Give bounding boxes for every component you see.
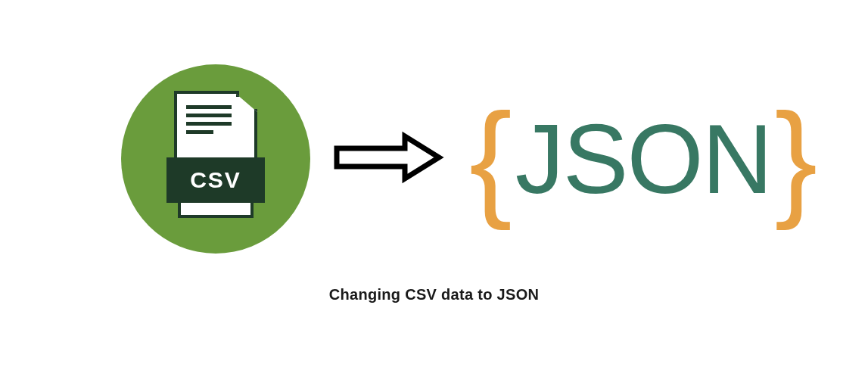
caption: Changing CSV data to JSON [0,286,868,303]
csv-icon: CSV [121,64,310,254]
csv-file-icon: CSV [166,91,265,227]
open-brace: { [469,95,512,223]
arrow-icon [333,127,446,191]
json-text: JSON [512,110,775,208]
csv-label: CSV [190,167,241,193]
diagram-container: CSV { JSON } [121,53,772,265]
close-brace: } [775,95,818,223]
json-logo: { JSON } [469,95,817,223]
